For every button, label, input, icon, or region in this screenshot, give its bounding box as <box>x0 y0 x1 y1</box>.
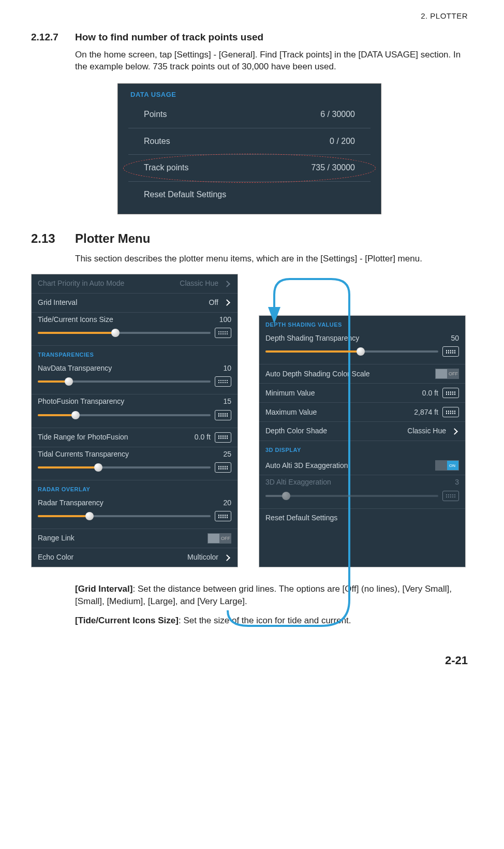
row-label: Routes <box>144 136 170 147</box>
menu-echo-color[interactable]: Echo Color Multicolor <box>32 548 238 567</box>
data-usage-row-points[interactable]: Points 6 / 30000 <box>128 101 370 128</box>
chevron-right-icon <box>224 281 230 287</box>
row-value: 735 / 30000 <box>311 162 355 173</box>
item-value: Classic Hue <box>180 279 218 289</box>
item-label: NavData Transparency <box>38 363 112 374</box>
item-label: Maximum Value <box>265 407 410 418</box>
toggle-on[interactable] <box>435 460 459 471</box>
keypad-icon[interactable] <box>442 407 459 417</box>
section-heading-2-12-7: 2.12.7 How to find number of track point… <box>31 31 468 45</box>
keypad-icon[interactable] <box>215 432 231 443</box>
section-radar-overlay: RADAR OVERLAY <box>32 480 238 495</box>
slider <box>265 495 438 497</box>
slider[interactable] <box>38 515 211 517</box>
menu-navdata-transparency[interactable]: NavData Transparency 10 <box>32 361 238 395</box>
desc-tide-title: [Tide/Current Icons Size] <box>75 616 179 625</box>
row-label: Track points <box>144 162 189 173</box>
item-value: 20 <box>223 498 231 508</box>
item-label: Tidal Currents Transparency <box>38 449 129 460</box>
slider[interactable] <box>265 350 438 353</box>
slider[interactable] <box>38 466 211 469</box>
item-label: Tide/Current Icons Size <box>38 315 113 325</box>
toggle-off[interactable]: OFF <box>435 369 459 379</box>
menu-depth-shading-transparency[interactable]: Depth Shading Transparency 50 <box>259 331 465 365</box>
slider[interactable] <box>38 380 211 383</box>
section1-body: On the home screen, tap [Settings] - [Ge… <box>75 49 468 74</box>
keypad-icon[interactable] <box>215 328 231 338</box>
item-value: 50 <box>451 333 459 344</box>
item-value: Classic Hue <box>407 426 446 436</box>
section-depth-shading: DEPTH SHADING VALUES <box>259 316 465 331</box>
menu-tide-range-photofusion[interactable]: Tide Range for PhotoFusion 0.0 ft <box>32 428 238 447</box>
item-label: Tide Range for PhotoFusion <box>38 432 190 443</box>
item-label: Range Link <box>38 533 203 544</box>
item-value: 10 <box>223 363 231 374</box>
menu-auto-alti-3d[interactable]: Auto Alti 3D Exaggeration <box>259 456 465 475</box>
section-number: 2.13 <box>31 230 75 247</box>
item-value: 2,874 ft <box>414 407 438 418</box>
item-value: 0.0 ft <box>195 432 211 443</box>
toggle-off[interactable]: OFF <box>207 533 231 544</box>
chevron-right-icon <box>224 299 230 306</box>
keypad-icon[interactable] <box>215 511 231 521</box>
keypad-icon[interactable] <box>442 346 459 357</box>
data-usage-title: DATA USAGE <box>118 90 381 101</box>
keypad-icon <box>442 491 459 501</box>
menu-radar-transparency[interactable]: Radar Transparency 20 <box>32 496 238 530</box>
descriptions: [Grid Interval]: Set the distance betwee… <box>75 583 468 627</box>
item-label: Grid Interval <box>38 298 205 308</box>
item-value: 15 <box>223 397 231 407</box>
menu-photofusion-transparency[interactable]: PhotoFusion Transparency 15 <box>32 394 238 428</box>
menu-maximum-value[interactable]: Maximum Value 2,874 ft <box>259 403 465 422</box>
section2-body: This section describes the plotter menu … <box>75 253 468 265</box>
item-value: 25 <box>223 449 231 460</box>
menu-auto-depth-color-scale[interactable]: Auto Depth Shading Color Scale OFF <box>259 364 465 384</box>
page-number: 2-21 <box>31 653 468 669</box>
item-label: Depth Color Shade <box>265 426 403 436</box>
row-value: 6 / 30000 <box>320 109 355 120</box>
chevron-right-icon <box>224 554 230 561</box>
menu-reset-default[interactable]: Reset Default Settings <box>259 509 465 528</box>
keypad-icon[interactable] <box>442 388 459 398</box>
menu-tide-current-icons-size[interactable]: Tide/Current Icons Size 100 <box>32 313 238 346</box>
menu-range-link[interactable]: Range Link OFF <box>32 529 238 548</box>
item-label: 3D Alti Exaggeration <box>265 477 331 488</box>
menu-3d-alti-exaggeration[interactable]: 3D Alti Exaggeration 3 <box>259 475 465 509</box>
menu-tidal-currents-transparency[interactable]: Tidal Currents Transparency 25 <box>32 447 238 481</box>
item-label: Radar Transparency <box>38 498 103 508</box>
plotter-menu-panel-left: Chart Priority in Auto Mode Classic Hue … <box>31 274 238 567</box>
keypad-icon[interactable] <box>215 462 231 473</box>
slider[interactable] <box>38 414 211 416</box>
chapter-header: 2. PLOTTER <box>31 10 468 21</box>
slider[interactable] <box>38 332 211 334</box>
chevron-right-icon <box>451 428 458 435</box>
section-title: How to find number of track points used <box>75 31 263 45</box>
item-value: 100 <box>219 315 231 325</box>
item-label: PhotoFusion Transparency <box>38 397 124 407</box>
row-label: Reset Default Settings <box>144 189 226 200</box>
menu-minimum-value[interactable]: Minimum Value 0.0 ft <box>259 384 465 403</box>
row-value: 0 / 200 <box>330 136 355 147</box>
keypad-icon[interactable] <box>215 376 231 387</box>
section-3d-display: 3D DISPLAY <box>259 441 465 456</box>
item-value: Multicolor <box>187 552 218 563</box>
data-usage-row-reset[interactable]: Reset Default Settings <box>128 182 370 208</box>
desc-grid-title: [Grid Interval] <box>75 584 132 594</box>
section-title: Plotter Menu <box>75 230 150 247</box>
menu-grid-interval[interactable]: Grid Interval Off <box>32 294 238 313</box>
item-label: Echo Color <box>38 552 183 563</box>
item-label: Minimum Value <box>265 388 418 399</box>
data-usage-row-routes[interactable]: Routes 0 / 200 <box>128 128 370 155</box>
keypad-icon[interactable] <box>215 410 231 420</box>
data-usage-row-track-points[interactable]: Track points 735 / 30000 <box>128 155 370 181</box>
menu-chart-priority[interactable]: Chart Priority in Auto Mode Classic Hue <box>32 274 238 294</box>
item-label: Depth Shading Transparency <box>265 333 359 344</box>
item-value: 0.0 ft <box>422 388 438 399</box>
item-value: 3 <box>455 477 459 488</box>
item-label: Chart Priority in Auto Mode <box>38 279 175 289</box>
section-heading-2-13: 2.13 Plotter Menu <box>31 230 468 247</box>
item-label: Auto Alti 3D Exaggeration <box>265 461 431 471</box>
menu-depth-color-shade[interactable]: Depth Color Shade Classic Hue <box>259 422 465 441</box>
section-transparencies: TRANSPARENCIES <box>32 346 238 361</box>
row-label: Points <box>144 109 167 120</box>
